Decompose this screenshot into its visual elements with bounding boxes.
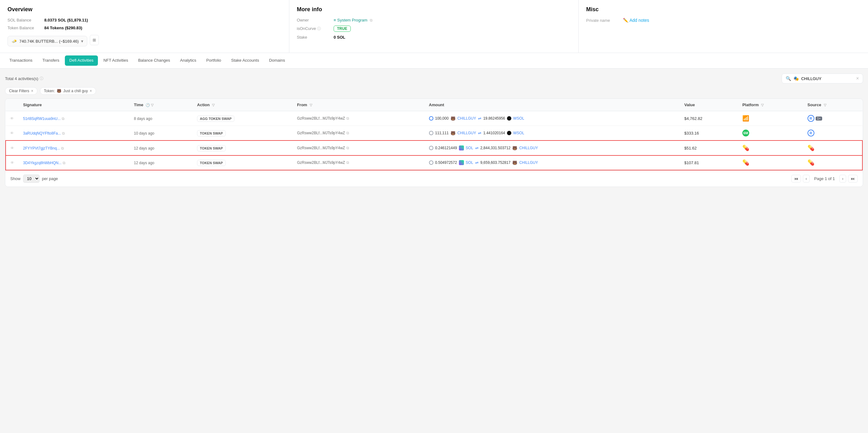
amount-from-num: 100,000 [435,116,448,121]
tab-transfers[interactable]: Transfers [38,53,64,68]
clear-filters-x-icon[interactable]: × [31,89,33,93]
search-box[interactable]: 🔍 🎭 × [782,73,863,84]
sig-copy-icon[interactable]: ⧉ [62,116,65,121]
action-badge: TOKEN SWAP [197,145,226,152]
defi-table: Signature Time 🕐 ▽ Action ▽ From ▽ [5,98,863,187]
addr-copy-icon[interactable]: ⧉ [346,131,349,135]
token-selector[interactable]: 🧈 740.74K BUTTERB... (~$169.46) ▾ [7,36,87,46]
row-signature-cell: 3aRUdqNQYFfto8Fa... ⧉ [19,126,130,141]
sig-copy-icon[interactable]: ⧉ [61,146,64,151]
tab-balance-changes[interactable]: Balance Changes [134,53,175,68]
token-filter-chip[interactable]: Token: 🐻 Just a chill guy × [40,87,96,95]
row-amount-cell: 111,111 🐻 CHILLGUY ⇌ 1.441020164 WSOL [425,126,680,141]
main-content: Total 4 activities(s) ⓘ 🔍 🎭 × Clear Filt… [0,69,868,192]
row-time-cell: 8 days ago [130,111,193,126]
tab-stake-accounts[interactable]: Stake Accounts [227,53,264,68]
tab-analytics[interactable]: Analytics [176,53,201,68]
tab-transactions[interactable]: Transactions [5,53,37,68]
grid-view-button[interactable]: ⊞ [90,35,99,45]
chillguy-token-icon: 🐻 [451,116,456,121]
tab-portfolio[interactable]: Portfolio [202,53,226,68]
sig-copy-icon[interactable]: ⧉ [62,131,65,135]
clear-search-icon[interactable]: × [856,76,859,81]
amount-from-token[interactable]: SOL [466,146,473,150]
platform-filter-icon[interactable]: ▽ [761,103,764,107]
row-eye-icon[interactable]: 👁 [10,160,14,165]
is-on-curve-row: isOnCurve ⓘ TRUE [297,26,571,32]
chillguy-token-icon: 🐻 [512,146,517,151]
amount-from-token[interactable]: CHILLGUY [457,131,476,135]
tab-domains[interactable]: Domains [265,53,289,68]
col-action: Action ▽ [193,99,293,111]
pagination-bar: Show 10 per page ⏮ ‹ Page 1 of 1 › ⏭ [5,170,863,187]
pencil-icon: ✏️ [623,18,628,23]
addr-copy-icon[interactable]: ⧉ [346,146,349,150]
action-badge: AGG TOKEN SWAP [197,115,235,122]
from-filter-icon[interactable]: ▽ [310,103,312,107]
sol-icon [459,160,464,165]
per-page-control: Show 10 per page [10,174,58,183]
row-source-cell: R [803,126,862,141]
add-notes-link[interactable]: ✏️ Add notes [623,18,649,23]
swap-icon: ⇌ [475,146,478,151]
row-action-cell: AGG TOKEN SWAP [193,111,293,126]
amount-to-token[interactable]: WSOL [513,116,524,121]
amount-from-token[interactable]: CHILLGUY [457,116,476,121]
amount-to-num: 2,844,331.503712 [480,146,511,150]
per-page-select[interactable]: 10 [23,174,40,183]
addr-copy-icon[interactable]: ⧉ [346,160,349,165]
row-eye-icon[interactable]: 👁 [10,131,14,135]
time-filter-icon[interactable]: 🕐 ▽ [146,103,153,107]
more-info-title: More info [297,6,571,13]
signature-link[interactable]: 3D4Ykgzq8hWbHQN... [23,161,61,165]
sol-balance-value: 8.0373 SOL ($1,879.11) [44,18,88,23]
tab-nft-activities[interactable]: NFT Activities [99,53,132,68]
row-source-cell: R 1+ [803,111,862,126]
row-eye-icon[interactable]: 👁 [10,116,14,121]
source-filter-icon[interactable]: ▽ [824,103,826,107]
signature-link[interactable]: 2FYYPVt7gjzTYBnq... [23,146,60,151]
overview-title: Overview [7,6,282,13]
col-source: Source ▽ [803,99,862,111]
copy-icon[interactable]: ⧉ [370,18,373,23]
source-r-icon: R [807,130,814,136]
wsol-icon [507,116,511,121]
amount-from-token[interactable]: SOL [466,160,473,165]
amount-from-num: 0.246121449 [435,146,457,150]
prev-page-button[interactable]: ‹ [803,175,810,182]
row-platform-cell: 📶 [738,111,803,126]
next-page-button[interactable]: › [839,175,846,182]
tab-defi-activities[interactable]: Defi Activities [65,56,98,66]
table-row: 👁 3aRUdqNQYFfto8Fa... ⧉ 10 days ago TOKE… [6,126,862,141]
col-from: From ▽ [293,99,425,111]
search-input[interactable] [801,76,854,81]
owner-label: Owner [297,18,331,23]
platform-wifi-icon: 📶 [742,115,749,122]
first-page-button[interactable]: ⏮ [791,175,801,182]
signature-link[interactable]: 3aRUdqNQYFfto8Fa... [23,131,61,135]
platform-6m-badge: 6M [742,130,749,136]
swap-icon: ⇌ [475,160,478,165]
amount-to-token[interactable]: CHILLGUY [519,146,538,150]
token-balance-row: Token Balance 84 Tokens ($290.83) [7,26,282,30]
amount-to-token[interactable]: WSOL [513,131,524,135]
chips-row: Clear Filters × Token: 🐻 Just a chill gu… [5,87,863,95]
from-address: GzRsww2BLf...MJTs9pY4wZ ⧉ [297,160,420,165]
total-activities: Total 4 activities(s) ⓘ [5,76,43,81]
source-r-icon: R [807,115,814,122]
last-page-button[interactable]: ⏭ [848,175,858,182]
action-filter-icon[interactable]: ▽ [212,103,215,107]
owner-link[interactable]: ≡ System Program [334,18,367,23]
amount-to-token[interactable]: CHILLGUY [519,160,538,165]
signature-link[interactable]: 51rt8SqRW1uua9nU... [23,116,61,121]
token-filter-x-icon[interactable]: × [90,89,92,93]
table-row: 👁 2FYYPVt7gjzTYBnq... ⧉ 12 days ago TOKE… [6,140,862,156]
addr-copy-icon[interactable]: ⧉ [346,116,349,121]
sig-copy-icon[interactable]: ⧉ [63,161,65,165]
system-program-icon: ≡ [334,18,336,23]
action-badge: TOKEN SWAP [197,160,226,166]
row-eye-icon[interactable]: 👁 [10,146,14,151]
clear-filters-chip[interactable]: Clear Filters × [5,87,37,95]
chillguy-token-icon: 🐻 [512,160,517,165]
value-amount: $333.16 [684,131,699,135]
